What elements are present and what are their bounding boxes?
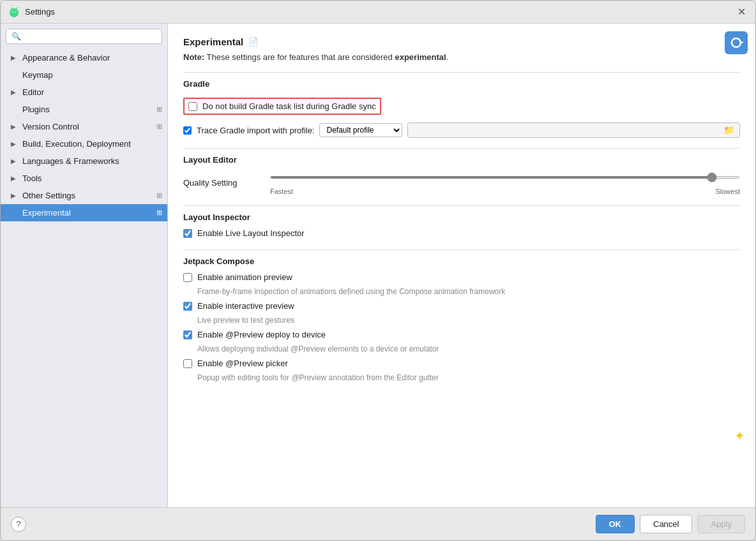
- divider-layout: [183, 148, 740, 149]
- sidebar-item-other[interactable]: ▶ Other Settings ⊞: [1, 187, 167, 204]
- gradle-checkbox1[interactable]: [188, 102, 197, 111]
- layout-editor-label: Layout Editor: [183, 155, 740, 165]
- interactive-preview-row: Enable interactive preview: [183, 300, 740, 312]
- sidebar-item-version-control[interactable]: ▶ Version Control ⊞: [1, 118, 167, 135]
- sidebar-item-tools[interactable]: ▶ Tools: [1, 170, 167, 187]
- preview-deploy-row: Enable @Preview deploy to device: [183, 329, 740, 341]
- arrow-icon-tools: ▶: [11, 175, 19, 182]
- slider-max-label: Slowest: [715, 188, 740, 195]
- search-icon: 🔍: [11, 32, 21, 41]
- section-title-text: Experimental: [183, 36, 243, 47]
- animation-preview-row: Enable animation preview: [183, 271, 740, 283]
- animation-preview-checkbox[interactable]: [183, 273, 192, 282]
- animation-preview-desc: Frame-by-frame inspection of animations …: [197, 287, 740, 296]
- sidebar-item-editor[interactable]: ▶ Editor: [1, 84, 167, 101]
- jetpack-compose-section: Jetpack Compose Enable animation preview…: [183, 256, 740, 382]
- gradle-section: Gradle Do not build Gradle task list dur…: [183, 79, 740, 138]
- sync-icon-decoration: [725, 31, 748, 54]
- preview-deploy-label: Enable @Preview deploy to device: [197, 330, 326, 339]
- slider-labels: Fastest Slowest: [270, 188, 740, 195]
- svg-line-4: [11, 8, 12, 9]
- star-decoration: ✦: [734, 428, 745, 443]
- live-inspector-checkbox[interactable]: [183, 229, 192, 238]
- arrow-icon-lang: ▶: [11, 158, 19, 165]
- gradle-checkbox2-label: Trace Gradle import with profile:: [197, 126, 314, 135]
- main-body: 🔍 ▶ Appearance & Behavior ▶ Keymap ▶ Edi…: [1, 24, 755, 507]
- sidebar-item-languages[interactable]: ▶ Languages & Frameworks: [1, 152, 167, 170]
- sidebar-label-languages: Languages & Frameworks: [22, 156, 162, 166]
- sidebar-item-keymap[interactable]: ▶ Keymap: [1, 66, 167, 84]
- vc-icon: ⊞: [156, 122, 162, 131]
- sidebar-item-plugins[interactable]: ▶ Plugins ⊞: [1, 101, 167, 118]
- gradle-checkbox1-row: Do not build Gradle task list during Gra…: [183, 98, 381, 115]
- slider-min-label: Fastest: [270, 188, 293, 195]
- dialog-title: Settings: [25, 7, 735, 17]
- preview-picker-label: Enable @Preview picker: [197, 359, 288, 368]
- sidebar-label-build: Build, Execution, Deployment: [22, 139, 162, 149]
- divider-compose: [183, 249, 740, 250]
- interactive-preview-checkbox[interactable]: [183, 302, 192, 311]
- sidebar-label-other: Other Settings: [22, 191, 153, 200]
- layout-editor-section: Layout Editor Quality Setting Fastest Sl…: [183, 155, 740, 195]
- layout-inspector-label: Layout Inspector: [183, 212, 740, 222]
- note-emphasis: experimental: [395, 52, 446, 62]
- plugins-icon: ⊞: [156, 105, 162, 114]
- sidebar-label-plugins: Plugins: [22, 105, 153, 114]
- preview-deploy-checkbox[interactable]: [183, 330, 192, 339]
- sidebar-item-appearance[interactable]: ▶ Appearance & Behavior: [1, 49, 167, 66]
- slider-track: [270, 170, 740, 185]
- arrow-icon-build: ▶: [11, 140, 19, 147]
- gradle-label: Gradle: [183, 79, 740, 89]
- live-inspector-label: Enable Live Layout Inspector: [197, 228, 305, 238]
- quality-slider[interactable]: [270, 176, 740, 179]
- animation-preview-label: Enable animation preview: [197, 272, 292, 282]
- close-button[interactable]: ✕: [735, 6, 748, 19]
- sidebar-label-editor: Editor: [22, 87, 162, 97]
- section-title: Experimental 📄: [183, 36, 740, 47]
- other-icon: ⊞: [156, 191, 162, 200]
- note-body: These settings are for features that are…: [204, 52, 395, 62]
- quality-row: Quality Setting Fastest Slowest: [183, 170, 740, 195]
- arrow-icon: ▶: [11, 54, 19, 61]
- preview-deploy-desc: Allows deploying individual @Preview ele…: [197, 345, 740, 353]
- note-end: .: [446, 52, 449, 62]
- sidebar-label-keymap: Keymap: [22, 70, 162, 80]
- note-paragraph: Note: These settings are for features th…: [183, 52, 740, 62]
- preview-picker-checkbox[interactable]: [183, 359, 192, 368]
- sidebar-label-tools: Tools: [22, 174, 162, 183]
- gradle-profile-dropdown[interactable]: Default profile Custom profile: [319, 123, 402, 137]
- arrow-icon-editor: ▶: [11, 89, 19, 96]
- android-icon: [8, 6, 20, 18]
- content-panel: Experimental 📄 Note: These settings are …: [168, 24, 755, 507]
- folder-icon: 📁: [723, 125, 734, 135]
- sidebar-item-experimental[interactable]: ▶ Experimental ⊞: [1, 204, 167, 221]
- sidebar-item-build[interactable]: ▶ Build, Execution, Deployment: [1, 135, 167, 152]
- gradle-trace-row: Trace Gradle import with profile: Defaul…: [183, 122, 740, 138]
- doc-icon: 📄: [248, 37, 259, 47]
- interactive-preview-label: Enable interactive preview: [197, 301, 294, 311]
- svg-line-5: [16, 8, 17, 9]
- arrow-icon-vc: ▶: [11, 123, 19, 130]
- svg-point-3: [15, 11, 17, 13]
- divider-inspector: [183, 205, 740, 206]
- sidebar-label-version-control: Version Control: [22, 122, 153, 131]
- quality-slider-container: Fastest Slowest: [270, 170, 740, 195]
- layout-inspector-section: Layout Inspector Enable Live Layout Insp…: [183, 212, 740, 239]
- sidebar: 🔍 ▶ Appearance & Behavior ▶ Keymap ▶ Edi…: [1, 24, 168, 507]
- preview-picker-desc: Popup with editing tools for @Preview an…: [197, 373, 740, 382]
- divider-top: [183, 72, 740, 73]
- quality-setting-label: Quality Setting: [183, 178, 260, 188]
- ok-button[interactable]: OK: [596, 515, 635, 533]
- live-inspector-row: Enable Live Layout Inspector: [183, 227, 740, 239]
- jetpack-compose-label: Jetpack Compose: [183, 256, 740, 266]
- apply-button[interactable]: Apply: [697, 515, 745, 533]
- file-browse-button[interactable]: 📁: [407, 122, 740, 138]
- search-input[interactable]: [25, 32, 156, 41]
- search-box[interactable]: 🔍: [6, 29, 162, 44]
- cancel-button[interactable]: Cancel: [640, 515, 692, 533]
- help-button[interactable]: ?: [11, 517, 26, 532]
- experimental-icon: ⊞: [156, 209, 162, 217]
- title-bar: Settings ✕: [1, 1, 755, 24]
- gradle-checkbox2[interactable]: [183, 126, 192, 135]
- sidebar-label-experimental: Experimental: [22, 208, 153, 218]
